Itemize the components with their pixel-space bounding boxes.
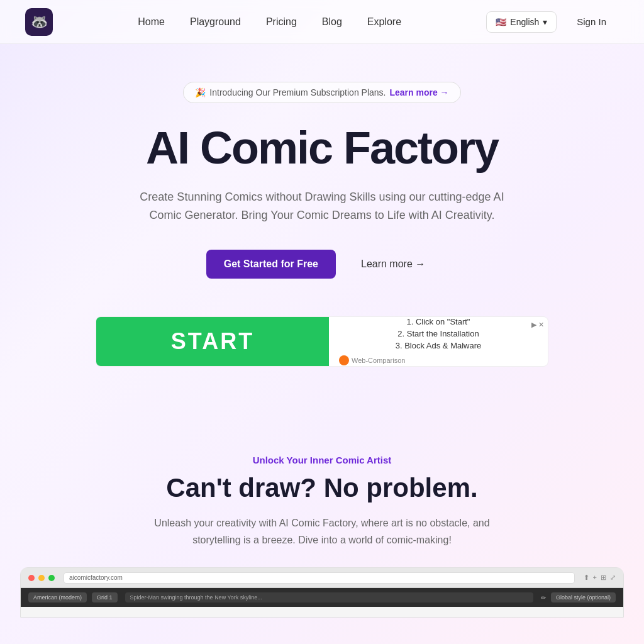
section-tag: Unlock Your Inner Comic Artist [13, 455, 631, 465]
chevron-down-icon: ▾ [543, 17, 547, 27]
share-icon[interactable]: ⬆ [584, 574, 589, 582]
language-selector[interactable]: 🇺🇸 English ▾ [486, 11, 557, 33]
ad-step1: 1. Click on "Start" [339, 317, 538, 326]
app-preview: aicomicfactory.com ⬆ + ⊞ ⤢ American (mod… [20, 567, 624, 618]
site-header: 🦝 Home Playground Pricing Blog Explore 🇺… [0, 0, 644, 44]
nav-blog[interactable]: Blog [322, 16, 342, 28]
nav-home[interactable]: Home [138, 16, 165, 28]
ad-source-label: Web-Comparison [339, 355, 538, 365]
ad-source-text: Web-Comparison [352, 357, 405, 364]
language-flag: 🇺🇸 [496, 17, 506, 27]
ad-start-text: START [171, 328, 254, 355]
fullscreen-icon[interactable]: ⤢ [610, 574, 616, 582]
unlock-section: Unlock Your Inner Comic Artist Can't dra… [0, 430, 644, 636]
close-dot[interactable] [28, 575, 35, 581]
hero-buttons: Get Started for Free Learn more → [13, 250, 631, 279]
section-title: Can't draw? No problem. [13, 473, 631, 503]
style-selector[interactable]: American (modern) [28, 592, 87, 602]
pencil-icon: ✏ [541, 594, 546, 601]
grid-icon[interactable]: ⊞ [601, 574, 606, 582]
ad-step2: 2. Start the Installation [339, 329, 538, 338]
get-started-button[interactable]: Get Started for Free [206, 250, 336, 279]
logo-area[interactable]: 🦝 [25, 8, 53, 36]
app-toolbar: American (modern) Grid 1 Spider-Man swin… [21, 588, 623, 607]
ad-steps-area: 1. Click on "Start" 2. Start the Install… [329, 317, 548, 366]
ad-start-area[interactable]: START [96, 317, 329, 366]
hero-title: AI Comic Factory [13, 123, 631, 173]
header-right: 🇺🇸 English ▾ Sign In [486, 11, 619, 33]
hero-section: 🎉 Introducing Our Premium Subscription P… [0, 44, 644, 430]
minimize-dot[interactable] [38, 575, 45, 581]
announcement-text: Introducing Our Premium Subscription Pla… [209, 87, 386, 97]
add-tab-icon[interactable]: + [593, 574, 597, 582]
app-titlebar: aicomicfactory.com ⬆ + ⊞ ⤢ [21, 568, 623, 588]
main-nav: Home Playground Pricing Blog Explore [138, 16, 401, 28]
logo-icon: 🦝 [25, 8, 53, 36]
caption-input[interactable]: Spider-Man swinging through the New York… [125, 592, 533, 602]
section-description: Unleash your creativity with AI Comic Fa… [133, 514, 511, 548]
maximize-dot[interactable] [48, 575, 55, 581]
ad-controls[interactable]: ▶ ✕ [531, 321, 544, 329]
ad-banner: START 1. Click on "Start" 2. Start the I… [96, 316, 548, 367]
announcement-badge: 🎉 Introducing Our Premium Subscription P… [183, 82, 460, 103]
browser-controls: ⬆ + ⊞ ⤢ [584, 574, 616, 582]
hero-subtitle: Create Stunning Comics without Drawing S… [140, 188, 504, 225]
ad-source-icon [339, 355, 349, 365]
url-bar[interactable]: aicomicfactory.com [64, 572, 575, 584]
nav-pricing[interactable]: Pricing [266, 16, 297, 28]
nav-playground[interactable]: Playground [190, 16, 241, 28]
grid-selector[interactable]: Grid 1 [92, 592, 118, 602]
learn-more-button[interactable]: Learn more → [348, 250, 438, 279]
language-label: English [510, 17, 539, 27]
sign-in-button[interactable]: Sign In [564, 11, 619, 32]
nav-explore[interactable]: Explore [367, 16, 401, 28]
style-input[interactable]: Global style (optional) [551, 592, 616, 602]
announcement-learn-more-link[interactable]: Learn more → [389, 87, 448, 97]
ad-step3: 3. Block Ads & Malware [339, 341, 538, 350]
announcement-emoji: 🎉 [195, 87, 206, 97]
